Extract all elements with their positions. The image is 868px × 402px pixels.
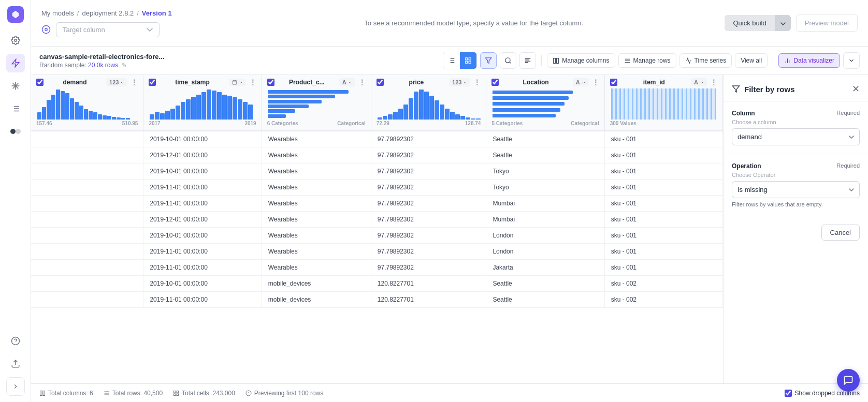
col-header-item-id: item_id A ⋮	[604, 75, 722, 131]
table-cell: 2019-11-01 00:00:00	[143, 292, 262, 308]
table-cell: 97.79892302	[371, 180, 486, 196]
col-menu-price[interactable]: ⋮	[473, 78, 481, 86]
svg-rect-50	[40, 391, 42, 395]
table-cell: London	[486, 228, 604, 244]
col-footer-price: 72.29 128.74	[377, 120, 481, 127]
svg-marker-30	[485, 58, 491, 64]
table-cell: Wearables	[262, 196, 371, 212]
show-dropped-checkbox[interactable]	[785, 390, 792, 397]
table-cell: London	[486, 244, 604, 260]
sidebar-item-list[interactable]	[6, 99, 25, 118]
filter-icon	[732, 85, 740, 93]
table-cell: Jakarta	[486, 260, 604, 276]
manage-rows-button[interactable]: Manage rows	[618, 53, 676, 68]
table-cell: sku - 001	[604, 244, 722, 260]
top-bar: My models / deployment 2.8.2 / Version 1…	[31, 0, 868, 47]
data-grid-container: demand 123 ⋮	[31, 75, 723, 383]
col-checkbox-location[interactable]	[491, 79, 499, 86]
time-series-button[interactable]: Time series	[679, 53, 732, 68]
breadcrumb-deployment[interactable]: deployment 2.8.2	[82, 9, 134, 17]
target-column-icon	[41, 25, 51, 34]
filter-cancel-button[interactable]: Cancel	[821, 225, 860, 241]
target-column-arrow-icon	[147, 26, 153, 34]
data-visualizer-button[interactable]: Data visualizer	[778, 53, 840, 68]
filter-operation-select[interactable]: Is missing	[732, 181, 860, 198]
col-name-demand: demand	[47, 79, 103, 86]
table-cell: Wearables	[262, 163, 371, 180]
app-logo	[7, 6, 24, 23]
table-cell: 97.79892302	[371, 147, 486, 163]
table-cell: Seattle	[486, 276, 604, 292]
grid-view-button[interactable]	[460, 52, 476, 69]
sidebar-item-models[interactable]	[6, 54, 25, 72]
table-cell: 2019-12-01 00:00:00	[143, 212, 262, 228]
col-footer-item-id: 300 Values	[610, 120, 717, 127]
dataset-edit-icon[interactable]: ✎	[122, 62, 127, 69]
svg-rect-29	[469, 61, 471, 63]
svg-rect-57	[174, 394, 176, 396]
manage-columns-button[interactable]: Manage columns	[547, 53, 615, 68]
col-menu-product[interactable]: ⋮	[358, 78, 366, 86]
col-name-timestamp: time_stamp	[159, 79, 225, 86]
sidebar-item-toggle[interactable]	[6, 122, 25, 141]
more-options-button[interactable]	[843, 52, 860, 69]
table-cell: sku - 001	[604, 196, 722, 212]
top-bar-actions: Quick build Preview model	[725, 14, 858, 32]
table-cell: 2019-10-01 00:00:00	[143, 163, 262, 180]
col-chart-price	[377, 88, 481, 120]
sidebar-item-settings[interactable]	[6, 31, 25, 50]
table-row: 2019-11-01 00:00:00Wearables97.79892302L…	[31, 244, 723, 260]
col-menu-item-id[interactable]: ⋮	[710, 78, 717, 86]
col-checkbox-demand[interactable]	[36, 79, 44, 86]
list-view-button[interactable]	[443, 52, 460, 69]
chat-button[interactable]	[837, 369, 860, 392]
breadcrumb-my-models[interactable]: My models	[41, 9, 74, 17]
col-footer-timestamp: 2017 2019	[149, 120, 256, 127]
filter-column-select[interactable]: demand	[732, 128, 860, 145]
col-type-timestamp	[229, 79, 246, 86]
col-header-demand: demand 123 ⋮	[31, 75, 143, 131]
table-cell: 120.8227701	[371, 292, 486, 308]
filter-button[interactable]	[480, 52, 497, 69]
quick-build-button[interactable]: Quick build	[725, 15, 790, 31]
col-menu-demand[interactable]: ⋮	[131, 78, 138, 86]
target-column-select[interactable]: Target column	[56, 22, 160, 37]
sidebar-item-asterisk[interactable]	[6, 77, 25, 95]
svg-rect-58	[177, 394, 179, 396]
table-cell: Mumbai	[486, 196, 604, 212]
col-chart-item-id	[611, 88, 716, 120]
sidebar-item-help[interactable]	[6, 332, 25, 350]
col-type-product: A	[339, 78, 355, 86]
filter-operation-sublabel: Choose Operator	[732, 172, 860, 178]
sidebar-expand-button[interactable]	[6, 377, 25, 396]
col-chart-demand	[36, 88, 138, 120]
col-checkbox-timestamp[interactable]	[149, 79, 156, 86]
table-cell: 97.79892302	[371, 131, 486, 147]
table-row: 2019-10-01 00:00:00mobile_devices120.822…	[31, 276, 723, 292]
table-header-row: demand 123 ⋮	[31, 75, 723, 131]
col-menu-timestamp[interactable]: ⋮	[249, 78, 256, 86]
preview-model-button[interactable]: Preview model	[796, 14, 858, 32]
quick-build-dropdown[interactable]	[775, 15, 791, 31]
quick-build-main[interactable]: Quick build	[725, 15, 774, 31]
filter-close-button[interactable]: ✕	[852, 83, 860, 95]
view-all-button[interactable]: View all	[735, 53, 768, 68]
search-button[interactable]	[500, 52, 516, 69]
table-cell: sku - 001	[604, 180, 722, 196]
columns-arrange-button[interactable]	[519, 52, 536, 69]
sidebar-item-export[interactable]	[6, 354, 25, 373]
status-total-cells: Total cells: 243,000	[173, 390, 235, 397]
table-cell: sku - 001	[604, 163, 722, 180]
table-row: 2019-11-01 00:00:00mobile_devices120.822…	[31, 292, 723, 308]
dataset-subtitle: Random sample: 20.0k rows ✎	[39, 62, 164, 69]
col-menu-location[interactable]: ⋮	[592, 78, 599, 86]
table-cell: 97.79892302	[371, 260, 486, 276]
table-cell: sku - 001	[604, 212, 722, 228]
table-cell: 2019-12-01 00:00:00	[143, 147, 262, 163]
col-checkbox-product[interactable]	[267, 79, 274, 86]
col-checkbox-price[interactable]	[377, 79, 384, 86]
table-cell	[31, 131, 143, 147]
rows-icon	[104, 390, 110, 396]
dataset-rows-link[interactable]: 20.0k rows	[88, 62, 118, 69]
col-checkbox-item-id[interactable]	[610, 79, 617, 86]
